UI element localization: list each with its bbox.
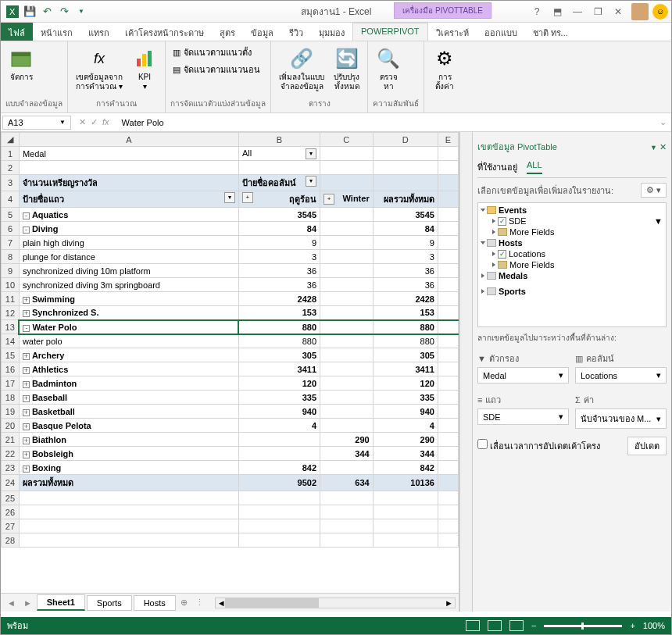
save-icon[interactable]: 💾 (23, 5, 37, 19)
update-button[interactable]: อัปเดต (627, 437, 667, 455)
col-header-C[interactable]: C (320, 133, 374, 147)
cell[interactable]: 880 (238, 334, 320, 348)
cell[interactable]: 3545 (373, 208, 438, 222)
col-header-E[interactable]: E (438, 133, 458, 147)
cell[interactable]: ผลรวมทั้งหมด (373, 191, 438, 208)
filter-button[interactable]: ▾ (224, 192, 235, 203)
sheet-tab[interactable]: Sports (87, 595, 132, 611)
row-header[interactable]: 11 (2, 292, 20, 306)
row-header[interactable]: 22 (2, 447, 20, 461)
cell[interactable]: 36 (238, 264, 320, 278)
cell[interactable]: ป้ายชื่อคอลัมน์▾ (238, 175, 320, 191)
tab-formulas[interactable]: สูตร (212, 23, 243, 41)
expand-icon[interactable]: - (23, 227, 30, 234)
cell[interactable] (320, 236, 374, 250)
row-header[interactable]: 8 (2, 250, 20, 264)
row-header[interactable]: 21 (2, 433, 20, 447)
cell[interactable]: synchronized diving 3m springboard (19, 278, 238, 292)
cell[interactable]: +Bobsleigh (19, 447, 238, 461)
cell[interactable] (320, 222, 374, 236)
cell[interactable] (438, 433, 458, 447)
cell[interactable]: 9 (238, 236, 320, 250)
expand-button[interactable]: + (323, 194, 334, 205)
user-avatar[interactable] (631, 3, 649, 20)
cell[interactable]: All▾ (238, 147, 320, 161)
tab-active-fields[interactable]: ที่ใช้งานอยู่ (477, 160, 517, 174)
fx-button-icon[interactable]: fx (102, 117, 109, 127)
chevron-down-icon[interactable]: ▾ (559, 370, 563, 380)
cell[interactable] (320, 320, 374, 334)
tab-more[interactable]: ชาติ ทร... (525, 23, 576, 41)
cell[interactable]: 9502 (238, 475, 320, 491)
cell[interactable] (320, 147, 374, 161)
cell[interactable]: 120 (373, 376, 438, 391)
cell[interactable] (438, 208, 458, 222)
cell[interactable]: ป้ายชื่อแถว▾ (19, 191, 238, 208)
area-field-value[interactable]: นับจำนวนของ M...▾ (575, 408, 667, 429)
row-header[interactable]: 18 (2, 391, 20, 405)
sheet-nav-prev-icon[interactable]: ◄ (4, 598, 19, 608)
cell[interactable] (438, 278, 458, 292)
expand-icon[interactable] (481, 289, 484, 294)
row-header[interactable]: 28 (2, 533, 20, 548)
new-sheet-icon[interactable]: ⊕ (177, 598, 191, 608)
expand-icon[interactable]: + (23, 367, 30, 374)
expand-icon[interactable] (481, 209, 485, 212)
cell[interactable]: plain high diving (19, 236, 238, 250)
expand-icon[interactable] (481, 273, 484, 278)
tab-page-layout[interactable]: เค้าโครงหน้ากระดาษ (117, 23, 212, 41)
cell[interactable]: synchronized diving 10m platform (19, 264, 238, 278)
expand-button[interactable]: + (242, 192, 253, 203)
row-header[interactable]: 26 (2, 505, 20, 519)
cell[interactable]: +Synchronized S. (19, 306, 238, 320)
cell[interactable]: 153 (238, 306, 320, 320)
zoom-slider[interactable] (544, 625, 622, 627)
row-header[interactable]: 9 (2, 264, 20, 278)
cell[interactable] (438, 391, 458, 405)
select-all-corner[interactable]: ◢ (2, 133, 20, 147)
cell[interactable]: 880 (373, 320, 438, 334)
area-field-row[interactable]: SDE▾ (477, 408, 569, 425)
col-header-A[interactable]: A (19, 133, 238, 147)
field-item[interactable]: SDE (509, 216, 527, 226)
cell[interactable] (438, 376, 458, 391)
cell[interactable] (438, 264, 458, 278)
cell[interactable]: +Athletics (19, 362, 238, 376)
field-table[interactable]: Events (499, 205, 527, 215)
field-item[interactable]: Locations (509, 249, 545, 259)
cell[interactable]: 3 (238, 250, 320, 264)
cell[interactable]: 335 (373, 391, 438, 405)
refresh-all-button[interactable]: 🔄 ปรับปรุง ทั้งหมด (331, 45, 363, 93)
cell[interactable]: +ฤดูร้อน (238, 191, 320, 208)
cell[interactable]: 842 (373, 461, 438, 475)
col-header-D[interactable]: D (373, 133, 438, 147)
cell[interactable] (438, 147, 458, 161)
zoom-in-icon[interactable]: + (630, 621, 634, 630)
expand-icon[interactable]: + (23, 381, 30, 388)
cell[interactable] (438, 250, 458, 264)
name-box[interactable]: A13▼ (2, 116, 71, 130)
row-header[interactable]: 27 (2, 519, 20, 533)
expand-icon[interactable]: + (23, 451, 30, 458)
cell[interactable]: 4 (238, 419, 320, 433)
cell[interactable]: +Biathlon (19, 433, 238, 447)
row-header[interactable]: 13 (2, 320, 20, 334)
cell[interactable] (320, 264, 374, 278)
kpi-button[interactable]: KPI ▾ (129, 45, 160, 93)
cell[interactable]: 290 (373, 433, 438, 447)
field-table[interactable]: Medals (499, 271, 527, 280)
cell[interactable]: 120 (238, 376, 320, 391)
row-header[interactable]: 20 (2, 419, 20, 433)
cell[interactable]: 880 (238, 320, 320, 334)
cell[interactable] (438, 236, 458, 250)
row-header[interactable]: 25 (2, 491, 20, 505)
cell[interactable]: +Swimming (19, 292, 238, 306)
tab-home[interactable]: หน้าแรก (33, 23, 80, 41)
redo-icon[interactable]: ↷ (57, 5, 71, 19)
row-header[interactable]: 17 (2, 376, 20, 391)
cell[interactable]: 36 (238, 278, 320, 292)
feedback-icon[interactable]: ☺ (652, 4, 668, 20)
row-header[interactable]: 4 (2, 191, 20, 208)
tab-review[interactable]: รีวิว (281, 23, 311, 41)
field-table[interactable]: Hosts (499, 238, 523, 248)
